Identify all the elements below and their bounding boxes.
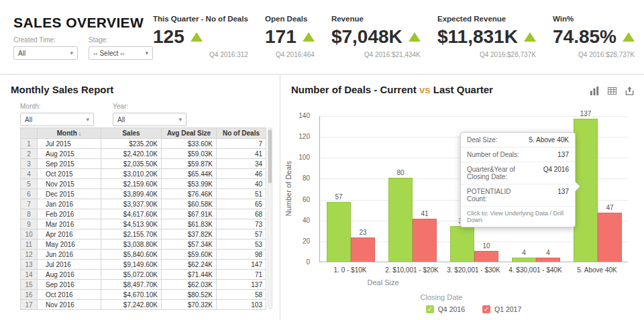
- cell-month: Feb 2016: [38, 209, 101, 219]
- stage-filter: Stage: -- Select -- ▾: [89, 36, 153, 60]
- cell-month: Jul 2016: [38, 260, 101, 270]
- table-row[interactable]: 15Sep 2016$8,497.70K$62.03K137: [21, 280, 266, 290]
- cell-month: Oct 2015: [38, 169, 101, 179]
- table-row[interactable]: 2Aug 2015$2,420.10K$59.03K41: [21, 149, 266, 159]
- row-number: 8: [21, 209, 38, 219]
- col-no-of-deals[interactable]: No of Deals: [217, 128, 266, 139]
- bar-q4-2016-4[interactable]: [512, 258, 536, 262]
- cell-avg-deal-size: $61.83K: [162, 219, 217, 229]
- bar-column: 80: [388, 169, 413, 262]
- table-row[interactable]: 13Jul 2016$9,149.60K$62.24K147: [21, 260, 266, 270]
- bar-q4-2016-1[interactable]: [327, 202, 351, 262]
- y-tick-label: 0: [280, 258, 314, 266]
- chevron-down-icon: ▾: [70, 50, 73, 56]
- bar-q4-2016-2[interactable]: [388, 178, 413, 262]
- cell-avg-deal-size: $33.60K: [162, 139, 217, 149]
- table-row[interactable]: 8Feb 2016$4,617.60K$67.91K68: [21, 209, 266, 219]
- x-category-label: 3. $20,001 - $30K: [443, 266, 504, 274]
- table-scrollbar[interactable]: [268, 127, 272, 309]
- cell-no-of-deals: 34: [217, 159, 266, 169]
- cell-avg-deal-size: $59.87K: [162, 159, 217, 169]
- bar-q1-2017-1[interactable]: [351, 237, 375, 262]
- select-value: -- Select --: [93, 50, 125, 57]
- cell-month: May 2016: [38, 239, 101, 250]
- kpi-win-percent: Win% 74.85% Q4 2016:$28,737K: [553, 15, 635, 58]
- tooltip-row: Deal Size: 5. Above 40K: [461, 133, 575, 148]
- kpi-open-deals: Open Deals 171 Q4 2016:464: [265, 15, 315, 58]
- row-number: 10: [21, 229, 38, 239]
- cell-sales: $3,899.40K: [101, 189, 162, 199]
- trend-up-icon: [191, 32, 203, 42]
- table-row[interactable]: 9Mar 2016$4,513.90K$61.83K73: [21, 219, 266, 229]
- header-filters: Created Time: All ▾ Stage: -- Select -- …: [13, 36, 153, 60]
- row-number: 6: [21, 189, 38, 199]
- cell-avg-deal-size: $80.52K: [162, 290, 217, 300]
- month-select[interactable]: All ▾: [20, 113, 94, 126]
- trend-up-icon: [623, 32, 635, 42]
- table-header-row: Month↓ Sales Avg Deal Size No of Deals: [21, 128, 266, 139]
- table-row[interactable]: 10Apr 2016$2,155.70K$37.82K57: [21, 229, 266, 239]
- table-row[interactable]: 14Aug 2016$5,072.00K$71.44K71: [21, 270, 266, 280]
- year-select[interactable]: All ▾: [113, 113, 186, 126]
- cell-month: Aug 2015: [38, 149, 101, 159]
- cell-sales: $3,038.80K: [101, 239, 162, 250]
- row-number: 1: [21, 139, 38, 149]
- legend-item-q1-2017[interactable]: ✓ Q1 2017: [482, 305, 521, 313]
- bar-q4-2016-3[interactable]: [450, 226, 474, 262]
- sort-desc-icon[interactable]: ↓: [78, 130, 82, 137]
- month-filter: Month: All ▾: [20, 103, 94, 126]
- table-row[interactable]: 3Sep 2015$2,035.50K$59.87K34: [21, 159, 266, 169]
- created-time-select[interactable]: All ▾: [13, 46, 78, 60]
- bar-q1-2017-3[interactable]: [474, 251, 498, 262]
- cell-no-of-deals: 71: [217, 270, 266, 280]
- row-number: 13: [21, 260, 38, 270]
- col-avg-deal-size[interactable]: Avg Deal Size: [162, 128, 217, 139]
- table-view-icon[interactable]: [606, 85, 617, 96]
- cell-no-of-deals: 46: [217, 169, 266, 179]
- table-row[interactable]: 5Nov 2015$2,159.60K$53.99K40: [21, 179, 266, 189]
- table-row[interactable]: 16Oct 2016$4,670.10K$80.52K58: [21, 290, 266, 300]
- select-value: All: [25, 116, 32, 123]
- y-tick-label: 40: [280, 217, 314, 224]
- bar-q1-2017-5[interactable]: [598, 213, 622, 262]
- cell-no-of-deals: 53: [217, 239, 266, 250]
- bar-column: 41: [413, 210, 437, 262]
- scrollbar-thumb[interactable]: [268, 129, 272, 183]
- x-category-label: 2. $10,001 - $20K: [381, 266, 443, 274]
- table-row[interactable]: 12Jun 2016$5,840.60K$59.60K98: [21, 250, 266, 260]
- kpi-value: 171: [265, 26, 297, 48]
- col-month[interactable]: Month↓: [38, 128, 101, 139]
- col-sales[interactable]: Sales: [101, 128, 162, 139]
- x-category-label: 4. $30,001 - $40K: [504, 266, 566, 274]
- cell-avg-deal-size: $60.58K: [162, 199, 217, 209]
- row-number: 2: [21, 149, 38, 159]
- sales-report-title: Monthly Sales Report: [11, 84, 113, 95]
- trend-up-icon: [409, 32, 421, 42]
- cell-avg-deal-size: $62.03K: [162, 280, 217, 290]
- stage-select[interactable]: -- Select -- ▾: [89, 46, 153, 60]
- cell-sales: $5,840.60K: [101, 250, 162, 260]
- bar-chart-icon[interactable]: [589, 85, 600, 96]
- kpi-comparison: Q4 2016:$28,737K: [437, 51, 536, 58]
- legend-item-q4-2016[interactable]: ✓ Q4 2016: [426, 305, 465, 313]
- export-icon[interactable]: [624, 85, 635, 96]
- bar-q1-2017-4[interactable]: [536, 258, 560, 262]
- cell-no-of-deals: 103: [217, 300, 266, 310]
- table-row[interactable]: 17Nov 2016$7,242.80K$70.32K103: [21, 300, 266, 310]
- table-row[interactable]: 1Jul 2015$235.20K$33.60K7: [21, 139, 266, 149]
- bar-column: 23: [351, 229, 375, 262]
- table-row[interactable]: 6Dec 2015$3,899.40K$76.46K51: [21, 189, 266, 199]
- table-row[interactable]: 11May 2016$3,038.80K$57.34K53: [21, 239, 266, 250]
- table-row[interactable]: 7Jan 2016$3,937.90K$60.58K65: [21, 199, 266, 209]
- bar-q1-2017-2[interactable]: [413, 219, 437, 262]
- report-filters: Month: All ▾ Year: All ▾: [20, 103, 186, 126]
- cell-month: Sep 2016: [38, 280, 101, 290]
- table-row[interactable]: 4Oct 2015$3,010.20K$65.44K46: [21, 169, 266, 179]
- row-number: 4: [21, 169, 38, 179]
- bar-value-label: 23: [359, 229, 366, 236]
- trend-up-icon: [524, 32, 536, 42]
- cell-no-of-deals: 41: [217, 149, 266, 159]
- cell-sales: $4,670.10K: [101, 290, 162, 300]
- bar-value-label: 57: [335, 193, 342, 201]
- cell-no-of-deals: 98: [217, 250, 266, 260]
